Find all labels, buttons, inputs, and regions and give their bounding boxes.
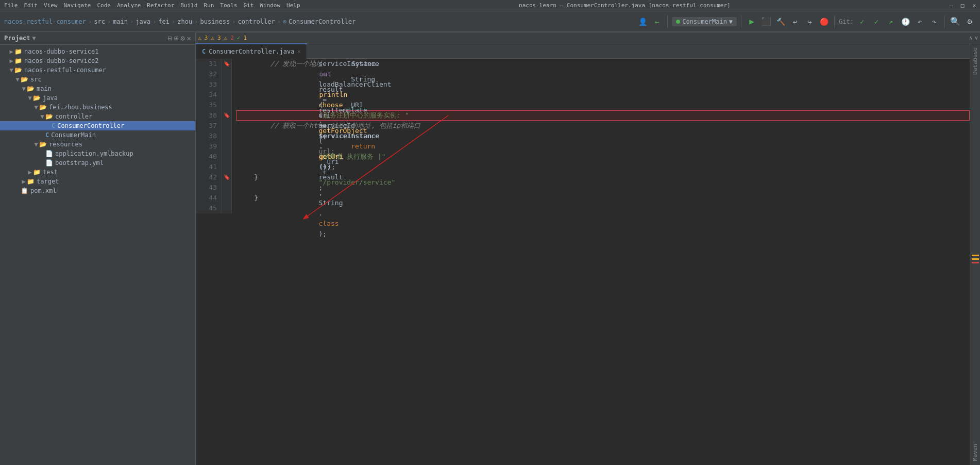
- code-lines: // 发现一个地址 ServiceInstance: [232, 59, 970, 213]
- menu-build[interactable]: Build: [180, 2, 197, 9]
- gutter-32: [222, 69, 232, 79]
- search-button[interactable]: 🔍: [949, 15, 961, 28]
- menu-help[interactable]: Help: [286, 2, 300, 9]
- gutter-36: 🔖: [222, 110, 232, 121]
- git-forward[interactable]: ↷: [928, 15, 940, 28]
- error-count: 2: [230, 35, 234, 41]
- breadcrumb-controller[interactable]: controller: [238, 18, 275, 25]
- tree-item-nacos-restful-consumer[interactable]: ▼ 📂 nacos-restful-consumer: [0, 65, 195, 75]
- menu-analyze[interactable]: Analyze: [117, 2, 141, 9]
- folder-icon: 📂: [39, 141, 47, 148]
- maximize-button[interactable]: □: [961, 2, 965, 9]
- sidebar-title: Project: [4, 35, 30, 42]
- run-button[interactable]: ▶: [746, 15, 758, 28]
- tree-item-src[interactable]: ▼ 📂 src: [0, 75, 195, 84]
- breadcrumb-project[interactable]: nacos-restful-consumer: [4, 18, 86, 25]
- tree-item-pom-xml[interactable]: ▶ 📋 pom.xml: [0, 186, 195, 195]
- gutter-35: [222, 100, 232, 110]
- tree-item-nacos-dubbo-service1[interactable]: ▶ 📁 nacos-dubbo-service1: [0, 47, 195, 56]
- tree-item-bootstrap-yml[interactable]: ▶ 📄 bootstrap.yml: [0, 158, 195, 168]
- breadcrumb-src[interactable]: src: [94, 18, 105, 25]
- gutter-38: [222, 131, 232, 141]
- tree-item-fei-zhou-business[interactable]: ▼ 📂 fei.zhou.business: [0, 103, 195, 112]
- file-tree: ▶ 📁 nacos-dubbo-service1 ▶ 📁 nacos-dubbo…: [0, 45, 195, 465]
- menu-file[interactable]: File: [4, 2, 18, 9]
- menu-edit[interactable]: Edit: [24, 2, 38, 9]
- breadcrumb-classname[interactable]: ConsumerController: [289, 18, 356, 25]
- menu-navigate[interactable]: Navigate: [64, 2, 91, 9]
- sidebar-collapse-all[interactable]: ⊟: [167, 34, 172, 42]
- menu-view[interactable]: View: [44, 2, 58, 9]
- back-nav-button[interactable]: ↩: [789, 15, 801, 28]
- breadcrumb-fei[interactable]: fei: [158, 18, 170, 25]
- breadcrumb-business[interactable]: business: [200, 18, 230, 25]
- tree-label: resources: [49, 141, 82, 148]
- debug-button[interactable]: ⬛: [760, 15, 772, 28]
- build-button[interactable]: 🔨: [774, 15, 787, 28]
- tree-label: target: [37, 178, 59, 185]
- tree-item-java[interactable]: ▼ 📂 java: [0, 93, 195, 103]
- tree-item-resources[interactable]: ▼ 📂 resources: [0, 140, 195, 149]
- breadcrumb-java[interactable]: java: [136, 18, 150, 25]
- git-push[interactable]: ↗: [885, 15, 897, 28]
- back-button[interactable]: ←: [651, 15, 663, 28]
- bookmark-icon: 🔖: [224, 59, 230, 69]
- tree-item-main[interactable]: ▼ 📂 main: [0, 84, 195, 93]
- run-config-selector[interactable]: ConsumerMain ▼: [672, 17, 737, 26]
- tree-item-nacos-dubbo-service2[interactable]: ▶ 📁 nacos-dubbo-service2: [0, 56, 195, 65]
- editor-tab-consumer-controller[interactable]: C ConsumerController.java ✕: [196, 43, 307, 59]
- menu-bar[interactable]: File Edit View Navigate Code Analyze Ref…: [4, 2, 300, 9]
- reload-button[interactable]: 🔴: [818, 15, 830, 28]
- tree-item-target[interactable]: ▶ 📁 target: [0, 177, 195, 186]
- settings-button[interactable]: ⚙: [964, 15, 976, 28]
- tree-label: nacos-dubbo-service2: [24, 57, 99, 64]
- sidebar-header: Project ▼ ⊟ ⊞ ⚙ ✕: [0, 32, 195, 45]
- close-button[interactable]: ✕: [972, 2, 976, 9]
- forward-nav-button[interactable]: ↪: [803, 15, 816, 28]
- git-undo[interactable]: ↶: [914, 15, 926, 28]
- window-title: nacos-learn — ConsumerController.java [n…: [300, 2, 950, 9]
- tab-close-button[interactable]: ✕: [297, 48, 300, 54]
- tree-label: src: [30, 76, 42, 83]
- database-panel-tab[interactable]: Database: [971, 43, 979, 79]
- nav-up-icon[interactable]: ∧: [969, 35, 973, 41]
- tree-item-application-yml[interactable]: ▶ 📄 application.ymlbackup: [0, 149, 195, 158]
- check-icon: ✓: [237, 35, 241, 41]
- code-editor-wrapper: 31 32 33 34 35 36 37 38 39 40 41: [196, 59, 970, 353]
- tree-item-controller[interactable]: ▼ 📂 controller: [0, 112, 195, 121]
- breadcrumb-zhou[interactable]: zhou: [177, 18, 192, 25]
- toolbar-separator-3: [834, 15, 835, 28]
- line-numbers: 31 32 33 34 35 36 37 38 39 40 41: [196, 59, 222, 213]
- tree-item-test[interactable]: ▶ 📁 test: [0, 168, 195, 177]
- tree-item-ConsumerController[interactable]: ▶ C ConsumerController: [0, 121, 195, 130]
- gutter-33: [222, 79, 232, 90]
- menu-run[interactable]: Run: [204, 2, 214, 9]
- sidebar-settings[interactable]: ⚙: [180, 34, 184, 42]
- menu-code[interactable]: Code: [97, 2, 111, 9]
- menu-tools[interactable]: Tools: [220, 2, 237, 9]
- profile-button[interactable]: 👤: [636, 15, 649, 28]
- git-check1[interactable]: ✓: [856, 15, 868, 28]
- tree-item-ConsumerMain[interactable]: ▶ C ConsumerMain: [0, 130, 195, 140]
- git-check2[interactable]: ✓: [870, 15, 883, 28]
- gutter: 🔖 🔖 🔖: [222, 59, 232, 213]
- menu-refactor[interactable]: Refactor: [147, 2, 174, 9]
- menu-git[interactable]: Git: [243, 2, 254, 9]
- git-label: Git:: [839, 18, 854, 25]
- breadcrumb-main[interactable]: main: [113, 18, 128, 25]
- minimize-button[interactable]: —: [949, 2, 953, 9]
- window-controls[interactable]: — □ ✕: [949, 2, 976, 9]
- code-editor[interactable]: 31 32 33 34 35 36 37 38 39 40 41: [196, 59, 970, 353]
- sidebar-dropdown-icon[interactable]: ▼: [32, 35, 36, 42]
- menu-window[interactable]: Window: [260, 2, 280, 9]
- tree-label: pom.xml: [30, 187, 57, 194]
- git-history[interactable]: 🕐: [899, 15, 911, 28]
- breadcrumb-class[interactable]: ⊙: [283, 18, 286, 25]
- sidebar-close[interactable]: ✕: [187, 34, 191, 42]
- gutter-41: [222, 162, 232, 172]
- run-config-chevron: ▼: [729, 18, 733, 25]
- folder-icon: 📂: [45, 113, 53, 120]
- nav-down-icon[interactable]: ∨: [974, 35, 978, 41]
- sidebar-expand-all[interactable]: ⊞: [174, 34, 178, 42]
- maven-panel-tab[interactable]: Maven: [971, 440, 979, 465]
